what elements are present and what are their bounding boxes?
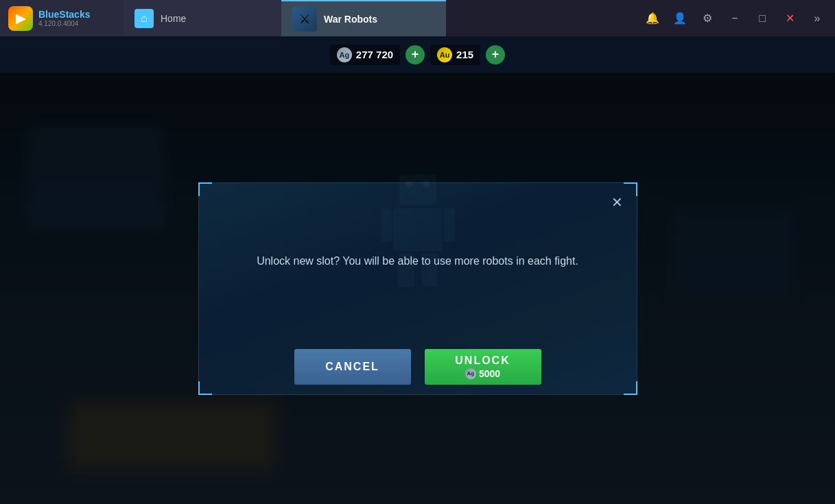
unlock-label: UNLOCK <box>455 355 510 367</box>
au-icon: Au <box>437 47 452 62</box>
unlock-slot-dialog: ✕ Unlock new slot? You will be able to u… <box>198 182 637 395</box>
bs-logo-name: BlueStacks <box>38 9 90 20</box>
maximize-button[interactable]: □ <box>750 6 775 31</box>
au-value: 215 <box>456 49 473 60</box>
svg-rect-3 <box>443 208 454 242</box>
close-button[interactable]: ✕ <box>777 6 802 31</box>
notifications-button[interactable]: 🔔 <box>640 6 665 31</box>
svg-rect-1 <box>393 208 443 251</box>
dialog-buttons: CANCEL UNLOCK Ag 5000 <box>199 339 637 394</box>
cancel-button[interactable]: CANCEL <box>294 349 411 385</box>
ag-value: 277 720 <box>356 49 393 60</box>
ag-icon: Ag <box>337 47 352 62</box>
bs-logo-icon: ▶ <box>8 6 33 31</box>
unlock-cost: Ag 5000 <box>465 368 500 379</box>
au-currency-badge: Au 215 <box>430 45 480 65</box>
dialog-message-area: Unlock new slot? You will be able to use… <box>199 183 637 339</box>
add-ag-button[interactable]: + <box>405 45 425 64</box>
game-thumbnail: ⚔ <box>292 7 317 32</box>
titlebar: ▶ BlueStacks 4.120.0.4004 ⌂ Home ⚔ War R… <box>0 0 835 36</box>
minimize-button[interactable]: − <box>722 6 747 31</box>
settings-button[interactable]: ⚙ <box>695 6 720 31</box>
ag-currency-badge: Ag 277 720 <box>330 45 400 65</box>
unlock-cost-value: 5000 <box>479 368 500 379</box>
game-toolbar: Ag 277 720 + Au 215 + <box>0 36 835 73</box>
user-button[interactable]: 👤 <box>668 6 692 31</box>
bs-logo-version: 4.120.0.4004 <box>38 20 90 27</box>
bs-logo-text: BlueStacks 4.120.0.4004 <box>38 9 90 27</box>
unlock-button[interactable]: UNLOCK Ag 5000 <box>425 349 541 385</box>
robot-silhouette <box>363 168 473 291</box>
tab-home[interactable]: ⌂ Home <box>124 0 281 36</box>
home-icon: ⌂ <box>134 9 154 28</box>
svg-rect-7 <box>423 180 430 188</box>
home-tab-label: Home <box>161 13 186 24</box>
svg-rect-0 <box>399 174 436 205</box>
tab-game[interactable]: ⚔ War Robots <box>281 0 446 36</box>
unlock-cost-icon: Ag <box>465 368 476 379</box>
bluestacks-logo: ▶ BlueStacks 4.120.0.4004 <box>0 0 124 36</box>
add-au-button[interactable]: + <box>486 45 505 64</box>
game-tab-label: War Robots <box>324 14 377 25</box>
more-button[interactable]: » <box>805 6 830 31</box>
svg-rect-2 <box>381 208 392 242</box>
titlebar-controls: 🔔 👤 ⚙ − □ ✕ » <box>640 6 835 31</box>
svg-rect-5 <box>421 253 437 287</box>
svg-rect-6 <box>405 180 413 188</box>
svg-rect-4 <box>398 253 414 287</box>
